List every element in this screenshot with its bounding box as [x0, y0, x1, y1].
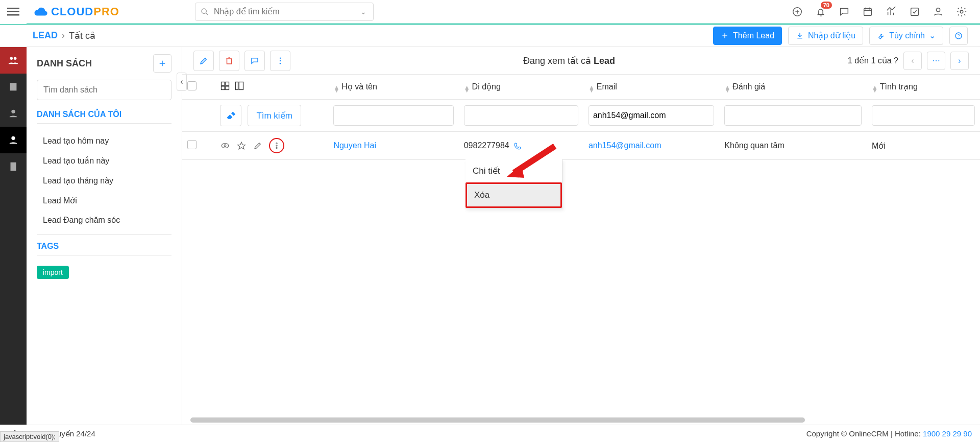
- filter-status-input[interactable]: [872, 105, 975, 126]
- notifications-icon[interactable]: 70: [815, 6, 827, 18]
- row-view-icon[interactable]: [220, 141, 230, 151]
- customize-button[interactable]: Tùy chỉnh ⌄: [869, 27, 943, 45]
- col-status[interactable]: ▲▼Tình trạng: [867, 75, 980, 100]
- my-lists-title: DANH SÁCH CỦA TÔI: [37, 109, 172, 119]
- viewing-label: Đang xem tất cả Lead: [296, 55, 843, 66]
- list-item[interactable]: Lead Mới: [37, 191, 172, 211]
- rail-person-icon[interactable]: [0, 127, 27, 153]
- svg-rect-26: [10, 83, 17, 91]
- eraser-icon: [226, 110, 236, 121]
- global-search-input[interactable]: [213, 7, 355, 17]
- col-email[interactable]: ▲▼Email: [583, 75, 719, 100]
- svg-rect-44: [222, 82, 225, 86]
- divider: [37, 234, 172, 235]
- columns-icon: [234, 81, 244, 91]
- pager-next[interactable]: ›: [950, 52, 969, 70]
- brand-logo[interactable]: CLOUDPRO: [27, 5, 124, 19]
- svg-point-43: [280, 63, 281, 64]
- svg-point-55: [276, 147, 277, 148]
- pager-more[interactable]: ⋯: [927, 52, 945, 70]
- list-search[interactable]: [37, 80, 172, 100]
- left-panel: DANH SÁCH DANH SÁCH CỦA TÔI Lead tạo hôm…: [27, 47, 182, 425]
- list-item[interactable]: Lead Đang chăm sóc: [37, 211, 172, 230]
- profile-icon[interactable]: [932, 6, 944, 18]
- pager-prev[interactable]: ‹: [903, 52, 922, 70]
- add-list-button[interactable]: [153, 54, 172, 73]
- svg-line-4: [206, 13, 208, 15]
- bulk-edit-button[interactable]: [193, 51, 214, 71]
- breadcrumb-module[interactable]: LEAD: [33, 30, 58, 41]
- tag-chip-import[interactable]: import: [37, 266, 69, 279]
- row-email-link[interactable]: anh154@gmail.com: [589, 141, 662, 150]
- settings-icon[interactable]: [955, 6, 968, 18]
- col-name[interactable]: ▲▼Họ và tên: [328, 75, 458, 100]
- svg-point-3: [202, 9, 206, 13]
- hotline-link[interactable]: 1900 29 29 90: [923, 429, 972, 438]
- list-item[interactable]: Lead tạo tuần này: [37, 151, 172, 171]
- row-edit-icon[interactable]: [253, 141, 263, 151]
- menu-item-delete[interactable]: Xóa: [465, 182, 562, 208]
- plus-icon: [721, 32, 729, 40]
- list-search-input[interactable]: [42, 85, 166, 95]
- rail-contact-icon[interactable]: [0, 100, 27, 127]
- tasks-icon[interactable]: [909, 6, 921, 18]
- global-search[interactable]: ⌄: [195, 3, 374, 21]
- apply-filters-button[interactable]: Tìm kiếm: [248, 105, 301, 126]
- help-button[interactable]: ?: [949, 27, 968, 45]
- row-status: Mới: [867, 132, 980, 160]
- subbar: LEAD › Tất cả Thêm Lead Nhập dữ liệu Tùy…: [0, 25, 980, 47]
- quick-create-icon[interactable]: [791, 6, 803, 18]
- rail-leads-icon[interactable]: [0, 47, 27, 74]
- filter-name-input[interactable]: [333, 105, 453, 126]
- list-title: DANH SÁCH: [37, 58, 92, 69]
- filter-mobile-input[interactable]: [464, 105, 578, 126]
- svg-point-41: [280, 57, 281, 58]
- svg-rect-48: [236, 82, 238, 90]
- customize-label: Tùy chỉnh: [889, 31, 925, 40]
- svg-rect-9: [864, 9, 872, 16]
- import-button[interactable]: Nhập dữ liệu: [788, 27, 863, 45]
- col-mobile[interactable]: ▲▼Di động: [459, 75, 583, 100]
- rail-doc-icon[interactable]: [0, 153, 27, 180]
- filter-email-input[interactable]: [589, 105, 714, 126]
- module-rail: [0, 47, 27, 425]
- clear-filters-button[interactable]: [220, 105, 241, 126]
- view-toggle[interactable]: [220, 81, 244, 91]
- svg-rect-33: [11, 162, 16, 171]
- row-star-icon[interactable]: [236, 141, 247, 151]
- svg-point-42: [280, 60, 281, 61]
- bulk-more-button[interactable]: [270, 51, 290, 71]
- list-item[interactable]: Lead tạo tháng này: [37, 171, 172, 191]
- bulk-comment-button[interactable]: [244, 51, 265, 71]
- filter-rating-input[interactable]: [724, 105, 862, 126]
- svg-point-17: [936, 8, 940, 12]
- row-more-icon[interactable]: [269, 138, 284, 153]
- menu-toggle[interactable]: [0, 0, 27, 24]
- comment-icon: [250, 56, 259, 65]
- horizontal-scrollbar[interactable]: [187, 417, 975, 423]
- rail-company-icon[interactable]: [0, 74, 27, 100]
- brand-cloud: CLOUD: [51, 5, 93, 18]
- search-icon: [201, 8, 209, 16]
- browser-status-bar: javascript:void(0);: [0, 431, 59, 442]
- reports-icon[interactable]: [885, 6, 897, 18]
- chat-icon[interactable]: [838, 6, 850, 18]
- row-checkbox[interactable]: [187, 140, 197, 149]
- calendar-icon[interactable]: [862, 6, 874, 18]
- row-name-link[interactable]: Nguyen Hai: [333, 141, 376, 150]
- select-all-checkbox[interactable]: [187, 81, 197, 90]
- grid-icon: [220, 81, 230, 91]
- bulk-delete-button[interactable]: [219, 51, 239, 71]
- footer: sử dụng trực tuyến 24/24 Copyright © Onl…: [0, 425, 980, 442]
- viewing-prefix: Đang xem tất cả: [523, 56, 594, 66]
- search-dropdown-caret[interactable]: ⌄: [359, 8, 368, 16]
- col-rating[interactable]: ▲▼Đánh giá: [719, 75, 867, 100]
- list-item[interactable]: Lead tạo hôm nay: [37, 131, 172, 151]
- phone-icon[interactable]: [513, 142, 522, 150]
- svg-rect-49: [239, 82, 243, 90]
- menu-item-detail[interactable]: Chi tiết: [465, 159, 562, 182]
- svg-point-54: [276, 145, 277, 146]
- footer-right: Copyright © OnlineCRM | Hotline: 1900 29…: [806, 429, 972, 438]
- add-lead-button[interactable]: Thêm Lead: [713, 27, 782, 45]
- svg-rect-1: [7, 11, 19, 13]
